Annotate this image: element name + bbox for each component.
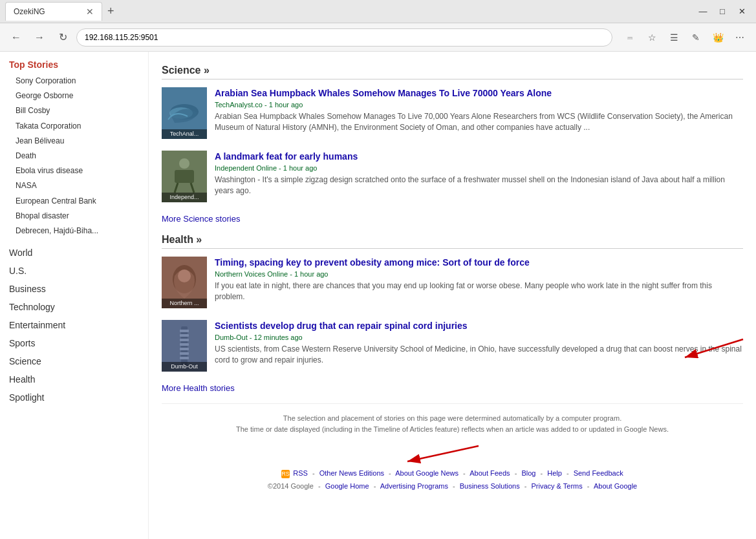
article-body: Scientists develop drug that can repair …: [215, 320, 743, 372]
sidebar-item-bhopal[interactable]: Bhopal disaster: [9, 209, 148, 224]
footer-links: RSS RSS - Other News Editions - About Go…: [175, 469, 730, 478]
footer: The selection and placement of stories o…: [162, 403, 743, 496]
send-feedback-link[interactable]: Send Feedback: [574, 469, 623, 477]
svg-point-5: [179, 158, 189, 169]
more-science-link[interactable]: More Science stories: [162, 214, 743, 224]
article-source: TechAnalyst.co - 1 hour ago: [215, 101, 743, 109]
sidebar-item-science[interactable]: Science: [9, 352, 148, 370]
thumb-label: TechAnal...: [162, 129, 207, 139]
sidebar-item-debrecen[interactable]: Debrecen, Hajdú-Biha...: [9, 224, 148, 238]
svg-rect-4: [175, 170, 194, 183]
article-title[interactable]: Timing, spacing key to prevent obesity a…: [215, 257, 743, 268]
article-body: A landmark feat for early humans Indepen…: [215, 151, 743, 202]
rss-link[interactable]: RSS: [293, 469, 308, 477]
sidebar-item-entertainment[interactable]: Entertainment: [9, 316, 148, 334]
svg-rect-14: [180, 343, 189, 346]
help-link[interactable]: Help: [547, 469, 562, 477]
content-wrapper: Top Stories Sony Corporation George Osbo…: [0, 52, 756, 539]
rss-icon: RSS: [281, 470, 290, 478]
footer-arrow-area: [175, 441, 730, 467]
article-snippet: If you eat late in night, there are chan…: [215, 280, 743, 302]
more-options-button[interactable]: ⋯: [730, 28, 750, 47]
about-google-news-link[interactable]: About Google News: [395, 469, 459, 477]
sidebar-item-jean[interactable]: Jean Béliveau: [9, 134, 148, 149]
edit-button[interactable]: ✎: [686, 28, 706, 47]
article-thumbnail: Independ...: [162, 151, 207, 202]
sidebar-item-death[interactable]: Death: [9, 149, 148, 164]
svg-rect-12: [180, 334, 189, 337]
article-body: Arabian Sea Humpback Whales Somehow Mana…: [215, 87, 743, 139]
sidebar-item-us[interactable]: U.S.: [9, 262, 148, 280]
footer-disclaimer: The selection and placement of stories o…: [175, 413, 730, 434]
close-window-button[interactable]: ✕: [733, 3, 751, 21]
minimize-button[interactable]: ―: [694, 3, 712, 21]
back-button[interactable]: ←: [6, 28, 26, 47]
article-item: Dumb-Out Scientists develop drug that ca…: [162, 320, 743, 372]
maximize-button[interactable]: □: [713, 3, 731, 21]
article-source: Dumb-Out - 12 minutes ago: [215, 333, 743, 341]
article-item: TechAnal... Arabian Sea Humpback Whales …: [162, 87, 743, 139]
refresh-button[interactable]: ↻: [53, 28, 72, 47]
privacy-terms-link[interactable]: Privacy & Terms: [531, 482, 582, 490]
article-title[interactable]: Arabian Sea Humpback Whales Somehow Mana…: [215, 87, 743, 99]
other-editions-link[interactable]: Other News Editions: [319, 469, 384, 477]
reader-view-button[interactable]: ⎓: [620, 28, 640, 47]
article-thumbnail: Dumb-Out: [162, 320, 207, 372]
google-home-link[interactable]: Google Home: [325, 482, 369, 490]
sidebar-item-technology[interactable]: Technology: [9, 298, 148, 316]
article-snippet: Washington - It's a simple zigzag design…: [215, 174, 743, 196]
red-arrow-footer: [388, 441, 517, 467]
svg-rect-17: [180, 357, 189, 359]
about-feeds-link[interactable]: About Feeds: [470, 469, 510, 477]
science-section: Science » TechAnal... Arabian Sea Humpba: [162, 65, 743, 224]
article-body: Timing, spacing key to prevent obesity a…: [215, 257, 743, 308]
sidebar-item-ebola[interactable]: Ebola virus disease: [9, 164, 148, 178]
svg-rect-13: [180, 339, 189, 341]
health-section-header[interactable]: Health »: [162, 234, 743, 249]
svg-rect-15: [180, 348, 189, 350]
business-solutions-link[interactable]: Business Solutions: [460, 482, 520, 490]
health-section: Health » Northern ... Timing, spacing ke…: [162, 234, 743, 393]
active-tab[interactable]: OzekiNG ✕: [5, 2, 102, 21]
science-section-header[interactable]: Science »: [162, 65, 743, 79]
window-controls: ― □ ✕: [694, 3, 751, 21]
browser-titlebar: OzekiNG ✕ + ― □ ✕: [0, 0, 756, 23]
article-item: Independ... A landmark feat for early hu…: [162, 151, 743, 202]
article-item-wrapper: Dumb-Out Scientists develop drug that ca…: [162, 320, 743, 372]
thumb-label: Northern ...: [162, 299, 207, 308]
article-source: Northern Voices Online - 1 hour ago: [215, 270, 743, 278]
sidebar-item-sports[interactable]: Sports: [9, 334, 148, 352]
blog-link[interactable]: Blog: [521, 469, 535, 477]
thumb-label: Dumb-Out: [162, 362, 207, 372]
article-source: Independent Online - 1 hour ago: [215, 164, 743, 172]
url-bar[interactable]: [76, 28, 612, 47]
sidebar-item-ecb[interactable]: European Central Bank: [9, 194, 148, 209]
sidebar-item-bill-cosby[interactable]: Bill Cosby: [9, 103, 148, 118]
forward-button[interactable]: →: [30, 28, 49, 47]
thumb-label: Independ...: [162, 193, 207, 202]
new-tab-button[interactable]: +: [102, 5, 120, 18]
sidebar-item-takata[interactable]: Takata Corporation: [9, 119, 148, 134]
tab-close-button[interactable]: ✕: [86, 6, 94, 17]
hamburger-menu-button[interactable]: ☰: [664, 28, 684, 47]
news-main: Science » TechAnal... Arabian Sea Humpba: [149, 52, 756, 539]
article-title[interactable]: A landmark feat for early humans: [215, 151, 743, 162]
about-google-link[interactable]: About Google: [594, 482, 637, 490]
advertising-programs-link[interactable]: Advertising Programs: [380, 482, 448, 490]
article-thumbnail: TechAnal...: [162, 87, 207, 139]
sidebar-item-nasa[interactable]: NASA: [9, 178, 148, 193]
extensions-button[interactable]: 👑: [708, 28, 728, 47]
bookmark-button[interactable]: ☆: [642, 28, 662, 47]
sidebar-item-sony[interactable]: Sony Corporation: [9, 74, 148, 89]
tab-bar: OzekiNG ✕ +: [5, 2, 120, 21]
sidebar-item-health[interactable]: Health: [9, 370, 148, 388]
sidebar-item-business[interactable]: Business: [9, 280, 148, 298]
more-health-link[interactable]: More Health stories: [162, 383, 743, 393]
article-snippet: US scientists, from Case Western Reserve…: [215, 344, 743, 366]
sidebar-item-spotlight[interactable]: Spotlight: [9, 388, 148, 407]
svg-point-8: [178, 270, 191, 282]
article-title[interactable]: Scientists develop drug that can repair …: [215, 320, 743, 332]
sidebar-item-world[interactable]: World: [9, 244, 148, 262]
sidebar-item-george[interactable]: George Osborne: [9, 89, 148, 103]
sidebar-top-stories-title[interactable]: Top Stories: [9, 59, 148, 70]
